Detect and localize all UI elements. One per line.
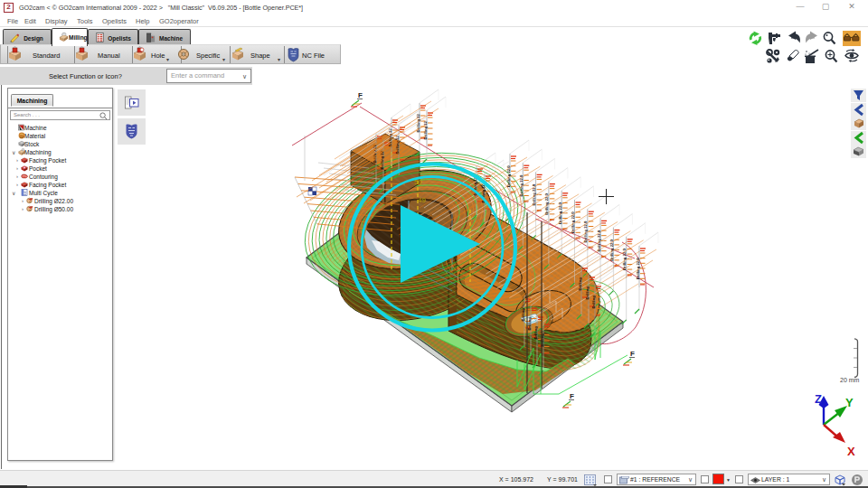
svg-text:F: F (570, 392, 574, 400)
svg-text:Y: Y (845, 396, 854, 409)
svg-text:F: F (630, 350, 635, 358)
svg-text:Drilling: Drilling (533, 326, 538, 340)
svg-text:Drilling: Drilling (591, 296, 596, 309)
svg-text:Drilling 22: Drilling 22 (423, 120, 428, 139)
svg-text:X: X (847, 445, 855, 458)
svg-text:Drilling: Drilling (585, 286, 590, 300)
svg-text:Drilling: Drilling (578, 277, 582, 291)
svg-text:Z: Z (815, 392, 822, 406)
svg-text:F: F (358, 91, 363, 99)
